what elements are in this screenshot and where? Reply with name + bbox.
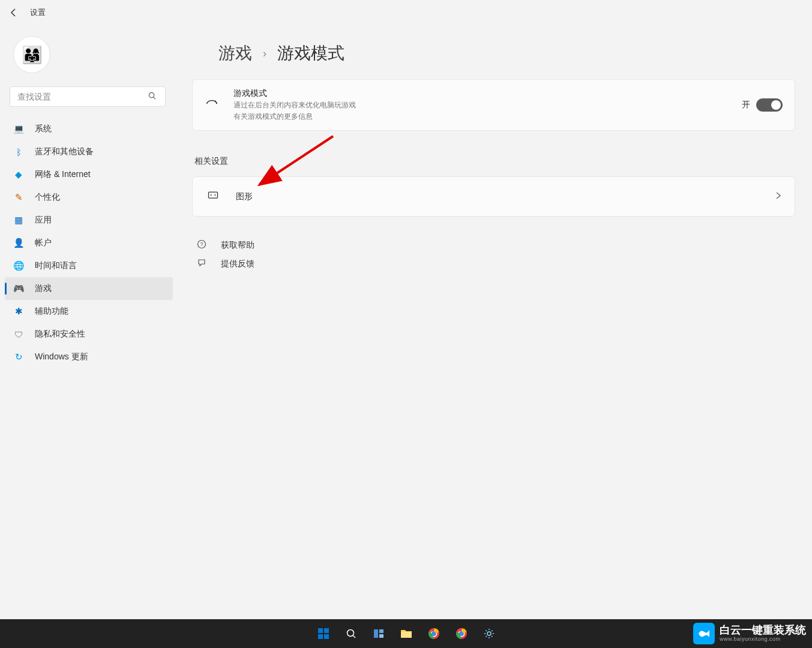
graphics-icon [206, 189, 220, 204]
sidebar-item-label: 时间和语言 [35, 260, 77, 271]
chrome-button[interactable] [422, 622, 446, 646]
sidebar-item-label: 辅助功能 [35, 306, 68, 317]
sidebar-item-label: 蓝牙和其他设备 [35, 146, 94, 157]
svg-rect-12 [318, 634, 323, 639]
sidebar-item-label: 隐私和安全性 [35, 329, 85, 340]
give-feedback-link[interactable]: 提供反馈 [192, 254, 795, 273]
system-icon: 💻 [13, 124, 24, 134]
search-input[interactable] [10, 86, 166, 107]
back-button[interactable] [8, 7, 19, 18]
time-language-icon: 🌐 [13, 260, 24, 271]
svg-point-14 [347, 630, 353, 637]
game-mode-toggle-label: 开 [742, 100, 750, 110]
svg-text:?: ? [200, 241, 203, 247]
accounts-icon: 👤 [13, 238, 24, 248]
graphics-label: 图形 [236, 191, 760, 202]
search-icon [148, 92, 156, 101]
give-feedback-label: 提供反馈 [221, 259, 254, 269]
chrome-button-2[interactable] [450, 622, 474, 646]
svg-rect-16 [374, 629, 378, 638]
svg-point-0 [149, 92, 154, 97]
game-mode-more-info-link[interactable]: 有关游戏模式的更多信息 [233, 112, 727, 122]
game-mode-icon [205, 97, 219, 113]
sidebar-item-label: 应用 [35, 215, 52, 226]
start-button[interactable] [311, 622, 335, 646]
sidebar-item-label: 系统 [35, 124, 52, 134]
sidebar-item-9[interactable]: 🛡隐私和安全性 [5, 323, 173, 346]
windows-update-icon: ↻ [13, 352, 24, 362]
settings-taskbar-button[interactable] [477, 622, 501, 646]
sidebar-item-label: 个性化 [35, 192, 60, 203]
sidebar-item-8[interactable]: ✱辅助功能 [5, 300, 173, 323]
breadcrumb-separator: › [263, 47, 266, 60]
related-settings-heading: 相关设置 [194, 156, 795, 167]
svg-point-5 [214, 194, 215, 196]
chevron-right-icon [775, 191, 781, 202]
game-mode-card: 游戏模式 通过在后台关闭内容来优化电脑玩游戏 有关游戏模式的更多信息 开 [192, 79, 795, 131]
task-view-button[interactable] [367, 622, 391, 646]
sidebar-item-label: 游戏 [35, 283, 52, 294]
bluetooth-icon: ᛒ [13, 147, 24, 157]
game-mode-title: 游戏模式 [233, 88, 727, 99]
watermark: 白云一键重装系统 www.baiyunxitong.com [693, 623, 806, 644]
help-icon: ? [196, 239, 208, 251]
watermark-icon [693, 623, 715, 644]
sidebar-item-label: 网络 & Internet [35, 169, 91, 180]
accessibility-icon: ✱ [13, 306, 24, 317]
svg-line-15 [353, 635, 355, 638]
breadcrumb-parent[interactable]: 游戏 [218, 42, 252, 65]
watermark-url: www.baiyunxitong.com [720, 637, 806, 643]
network-icon: ◆ [13, 169, 24, 180]
get-help-link[interactable]: ? 获取帮助 [192, 236, 795, 254]
svg-rect-18 [379, 634, 383, 638]
svg-rect-11 [324, 628, 329, 633]
personalization-icon: ✎ [13, 192, 24, 203]
sidebar-item-1[interactable]: ᛒ蓝牙和其他设备 [5, 140, 173, 163]
privacy-icon: 🛡 [13, 329, 24, 340]
svg-rect-19 [401, 632, 412, 638]
sidebar-item-7[interactable]: 🎮游戏 [5, 277, 173, 300]
gaming-icon: 🎮 [13, 283, 24, 294]
window-title: 设置 [30, 7, 46, 18]
watermark-title: 白云一键重装系统 [720, 625, 806, 637]
taskbar-search-button[interactable] [339, 622, 363, 646]
user-avatar[interactable]: 👨‍👩‍👧 [13, 36, 50, 73]
get-help-label: 获取帮助 [221, 240, 254, 251]
avatar-picture: 👨‍👩‍👧 [22, 45, 43, 65]
sidebar-item-label: 帐户 [35, 238, 52, 248]
game-mode-toggle[interactable] [756, 98, 783, 112]
sidebar-item-label: Windows 更新 [35, 352, 88, 362]
svg-rect-3 [209, 192, 218, 198]
breadcrumb-current: 游戏模式 [277, 42, 344, 65]
sidebar-item-0[interactable]: 💻系统 [5, 118, 173, 140]
svg-point-26 [487, 632, 491, 635]
file-explorer-button[interactable] [394, 622, 418, 646]
svg-rect-13 [324, 634, 329, 639]
breadcrumb: 游戏 › 游戏模式 [192, 42, 795, 65]
svg-line-1 [154, 97, 155, 99]
feedback-icon [196, 258, 208, 269]
apps-icon: ▦ [13, 215, 24, 226]
sidebar-item-4[interactable]: ▦应用 [5, 209, 173, 232]
sidebar-item-6[interactable]: 🌐时间和语言 [5, 254, 173, 277]
sidebar-item-10[interactable]: ↻Windows 更新 [5, 346, 173, 368]
sidebar-item-3[interactable]: ✎个性化 [5, 186, 173, 209]
game-mode-description: 通过在后台关闭内容来优化电脑玩游戏 [233, 100, 727, 110]
taskbar: 白云一键重装系统 www.baiyunxitong.com [0, 619, 812, 648]
svg-point-4 [211, 194, 212, 196]
graphics-link-card[interactable]: 图形 [192, 176, 795, 217]
sidebar-item-2[interactable]: ◆网络 & Internet [5, 163, 173, 186]
svg-rect-10 [318, 628, 323, 633]
sidebar-item-5[interactable]: 👤帐户 [5, 232, 173, 254]
svg-rect-17 [379, 629, 383, 633]
sidebar: 👨‍👩‍👧 💻系统ᛒ蓝牙和其他设备◆网络 & Internet✎个性化▦应用👤帐… [5, 36, 173, 368]
